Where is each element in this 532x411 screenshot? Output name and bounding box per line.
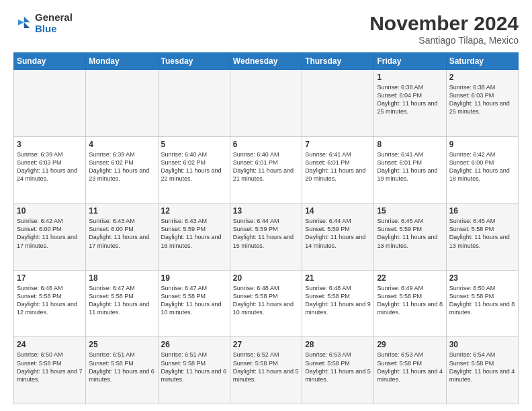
day-number: 18 [89,273,154,283]
day-info: Sunrise: 6:39 AM Sunset: 6:03 PM Dayligh… [17,150,83,183]
col-sunday: Sunday [14,53,86,70]
calendar-table: Sunday Monday Tuesday Wednesday Thursday… [13,52,519,404]
calendar-cell: 6Sunrise: 6:40 AM Sunset: 6:01 PM Daylig… [230,136,302,203]
day-info: Sunrise: 6:42 AM Sunset: 6:00 PM Dayligh… [449,150,515,183]
day-number: 3 [17,140,83,149]
calendar-cell: 8Sunrise: 6:41 AM Sunset: 6:01 PM Daylig… [374,136,446,203]
day-info: Sunrise: 6:50 AM Sunset: 5:58 PM Dayligh… [449,284,515,317]
calendar-cell: 21Sunrise: 6:48 AM Sunset: 5:58 PM Dayli… [302,270,374,337]
month-title: November 2024 [369,12,519,35]
calendar-week-2: 3Sunrise: 6:39 AM Sunset: 6:03 PM Daylig… [14,136,519,203]
calendar-cell: 28Sunrise: 6:53 AM Sunset: 5:58 PM Dayli… [302,337,374,404]
calendar-cell: 20Sunrise: 6:48 AM Sunset: 5:58 PM Dayli… [230,270,302,337]
day-number: 19 [161,273,227,283]
svg-marker-2 [18,19,24,25]
day-number: 28 [305,340,371,349]
calendar-cell: 2Sunrise: 6:38 AM Sunset: 6:03 PM Daylig… [446,70,518,137]
calendar-cell [230,70,302,137]
day-number: 20 [233,273,299,283]
day-info: Sunrise: 6:46 AM Sunset: 5:58 PM Dayligh… [17,284,83,317]
day-number: 23 [449,273,515,283]
calendar-cell: 26Sunrise: 6:51 AM Sunset: 5:58 PM Dayli… [158,337,230,404]
day-info: Sunrise: 6:38 AM Sunset: 6:03 PM Dayligh… [449,83,515,116]
logo: General Blue [13,12,73,34]
col-thursday: Thursday [302,53,374,70]
calendar-cell: 30Sunrise: 6:54 AM Sunset: 5:58 PM Dayli… [446,337,518,404]
calendar-cell: 17Sunrise: 6:46 AM Sunset: 5:58 PM Dayli… [14,270,86,337]
logo-general: General [35,11,73,23]
day-number: 14 [305,206,371,216]
day-number: 11 [89,206,154,216]
calendar-cell: 18Sunrise: 6:47 AM Sunset: 5:58 PM Dayli… [86,270,158,337]
title-block: November 2024 Santiago Tilapa, Mexico [369,12,519,46]
page: General Blue November 2024 Santiago Tila… [0,0,532,411]
calendar-cell: 15Sunrise: 6:45 AM Sunset: 5:59 PM Dayli… [374,203,446,271]
calendar-cell: 19Sunrise: 6:47 AM Sunset: 5:58 PM Dayli… [158,270,230,337]
calendar-cell: 13Sunrise: 6:44 AM Sunset: 5:59 PM Dayli… [230,203,302,271]
day-number: 30 [449,340,515,349]
calendar-body: 1Sunrise: 6:38 AM Sunset: 6:04 PM Daylig… [14,70,519,404]
logo-icon [13,14,32,33]
calendar-cell: 9Sunrise: 6:42 AM Sunset: 6:00 PM Daylig… [446,136,518,203]
col-saturday: Saturday [446,53,518,70]
day-number: 25 [89,340,154,349]
day-info: Sunrise: 6:43 AM Sunset: 5:59 PM Dayligh… [161,217,227,250]
col-friday: Friday [374,53,446,70]
calendar-cell [302,70,374,137]
day-info: Sunrise: 6:44 AM Sunset: 5:59 PM Dayligh… [305,217,371,250]
day-number: 29 [377,340,443,349]
calendar-cell: 11Sunrise: 6:43 AM Sunset: 6:00 PM Dayli… [86,203,158,271]
day-info: Sunrise: 6:40 AM Sunset: 6:02 PM Dayligh… [161,150,227,183]
header: General Blue November 2024 Santiago Tila… [13,12,519,46]
day-info: Sunrise: 6:47 AM Sunset: 5:58 PM Dayligh… [161,284,227,317]
day-info: Sunrise: 6:51 AM Sunset: 5:58 PM Dayligh… [161,351,227,383]
svg-marker-1 [24,22,30,28]
calendar-cell: 12Sunrise: 6:43 AM Sunset: 5:59 PM Dayli… [158,203,230,271]
day-info: Sunrise: 6:43 AM Sunset: 6:00 PM Dayligh… [89,217,154,250]
calendar-cell [86,70,158,137]
logo-text: General Blue [35,12,73,34]
header-row: Sunday Monday Tuesday Wednesday Thursday… [14,53,519,70]
calendar-cell: 27Sunrise: 6:52 AM Sunset: 5:58 PM Dayli… [230,337,302,404]
day-number: 12 [161,206,227,216]
calendar-cell: 5Sunrise: 6:40 AM Sunset: 6:02 PM Daylig… [158,136,230,203]
day-info: Sunrise: 6:48 AM Sunset: 5:58 PM Dayligh… [233,284,299,317]
svg-marker-0 [24,16,30,22]
day-number: 16 [449,206,515,216]
day-number: 9 [449,140,515,149]
calendar-cell: 10Sunrise: 6:42 AM Sunset: 6:00 PM Dayli… [14,203,86,271]
day-number: 13 [233,206,299,216]
day-info: Sunrise: 6:48 AM Sunset: 5:58 PM Dayligh… [305,284,371,317]
col-tuesday: Tuesday [158,53,230,70]
day-number: 10 [17,206,83,216]
calendar-cell: 23Sunrise: 6:50 AM Sunset: 5:58 PM Dayli… [446,270,518,337]
col-monday: Monday [86,53,158,70]
calendar-week-5: 24Sunrise: 6:50 AM Sunset: 5:58 PM Dayli… [14,337,519,404]
day-info: Sunrise: 6:44 AM Sunset: 5:59 PM Dayligh… [233,217,299,250]
day-number: 21 [305,273,371,283]
day-info: Sunrise: 6:40 AM Sunset: 6:01 PM Dayligh… [233,150,299,183]
day-number: 24 [17,340,83,349]
day-info: Sunrise: 6:54 AM Sunset: 5:58 PM Dayligh… [449,351,515,383]
day-number: 15 [377,206,443,216]
day-info: Sunrise: 6:47 AM Sunset: 5:58 PM Dayligh… [89,284,154,317]
day-number: 26 [161,340,227,349]
day-info: Sunrise: 6:52 AM Sunset: 5:58 PM Dayligh… [233,351,299,383]
calendar-cell: 3Sunrise: 6:39 AM Sunset: 6:03 PM Daylig… [14,136,86,203]
day-number: 6 [233,140,299,149]
calendar-week-4: 17Sunrise: 6:46 AM Sunset: 5:58 PM Dayli… [14,270,519,337]
calendar-cell: 16Sunrise: 6:45 AM Sunset: 5:58 PM Dayli… [446,203,518,271]
day-number: 8 [377,140,443,149]
day-number: 17 [17,273,83,283]
day-info: Sunrise: 6:45 AM Sunset: 5:59 PM Dayligh… [377,217,443,250]
logo-blue: Blue [35,23,57,34]
day-info: Sunrise: 6:45 AM Sunset: 5:58 PM Dayligh… [449,217,515,250]
calendar-cell: 22Sunrise: 6:49 AM Sunset: 5:58 PM Dayli… [374,270,446,337]
calendar-cell: 24Sunrise: 6:50 AM Sunset: 5:58 PM Dayli… [14,337,86,404]
day-info: Sunrise: 6:53 AM Sunset: 5:58 PM Dayligh… [377,351,443,383]
day-info: Sunrise: 6:50 AM Sunset: 5:58 PM Dayligh… [17,351,83,383]
day-number: 7 [305,140,371,149]
day-info: Sunrise: 6:49 AM Sunset: 5:58 PM Dayligh… [377,284,443,317]
day-info: Sunrise: 6:41 AM Sunset: 6:01 PM Dayligh… [305,150,371,183]
day-number: 2 [449,73,515,82]
